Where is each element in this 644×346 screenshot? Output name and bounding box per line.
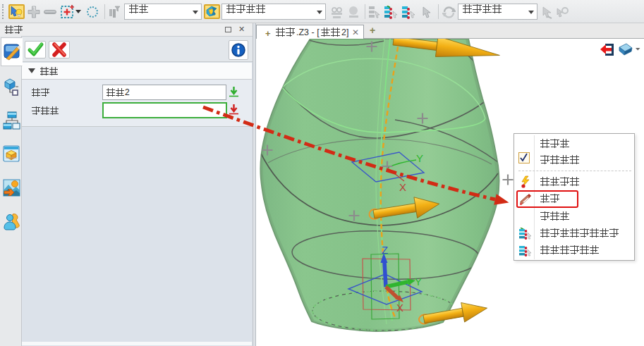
svg-text:Y: Y [416,152,423,164]
svg-text:X: X [399,181,406,193]
svg-text:Z: Z [382,244,388,256]
svg-text:X: X [396,302,403,314]
svg-text:Y: Y [415,276,422,288]
